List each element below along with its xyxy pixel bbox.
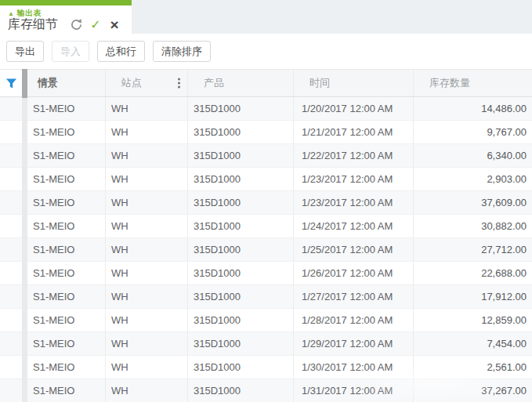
funnel-icon — [5, 78, 17, 89]
check-icon[interactable]: ✓ — [89, 18, 103, 32]
output-table-tab[interactable]: ▲输出表 库存细节 ✓ × — [0, 0, 132, 34]
cell-site: WH — [106, 238, 188, 261]
table-row[interactable]: S1-MEIOWH315D10001/25/2017 12:00 AM27,71… — [0, 238, 532, 262]
column-header-quantity[interactable]: 库存数量 — [414, 70, 532, 96]
cell-product: 315D1000 — [188, 97, 294, 120]
cell-site: WH — [106, 215, 188, 237]
cell-scenario: S1-MEIO — [27, 144, 106, 167]
import-button: 导入 — [52, 41, 89, 62]
table-row[interactable]: S1-MEIOWH315D10001/22/2017 12:00 AM6,340… — [0, 144, 532, 168]
left-scrollbar-track[interactable] — [22, 69, 27, 402]
cell-product: 315D1000 — [188, 238, 294, 261]
cell-quantity: 9,767.00 — [414, 121, 532, 143]
cell-product: 315D1000 — [188, 215, 294, 237]
column-menu-icon[interactable] — [178, 78, 180, 89]
app-window: ▲输出表 库存细节 ✓ × 导出 导入 总和行 清除排序 — [0, 0, 532, 402]
cell-scenario: S1-MEIO — [27, 356, 106, 378]
cell-product: 315D1000 — [188, 356, 294, 378]
cell-product: 315D1000 — [188, 262, 294, 284]
cell-scenario: S1-MEIO — [27, 379, 106, 402]
cell-scenario: S1-MEIO — [27, 191, 106, 214]
cell-quantity: 14,486.00 — [414, 97, 532, 120]
grid-header: 情景 站点 产品 时间 库存数量 — [0, 69, 532, 97]
cell-quantity: 17,912.00 — [414, 285, 532, 308]
cell-quantity: 6,340.00 — [414, 144, 532, 167]
column-header-scenario[interactable]: 情景 — [27, 70, 106, 96]
cell-quantity: 22,688.00 — [414, 262, 532, 284]
cell-time: 1/30/2017 12:00 AM — [294, 356, 414, 378]
cell-time: 1/31/2017 12:00 AM — [294, 379, 414, 402]
cell-quantity: 27,712.00 — [414, 238, 532, 261]
cell-scenario: S1-MEIO — [27, 309, 106, 331]
cell-time: 1/27/2017 12:00 AM — [294, 285, 414, 308]
tab-title: 库存细节 — [8, 16, 58, 33]
cell-time: 1/24/2017 12:00 AM — [294, 215, 414, 237]
column-header-site[interactable]: 站点 — [106, 70, 188, 96]
cell-time: 1/23/2017 12:00 AM — [294, 191, 414, 214]
cell-time: 1/22/2017 12:00 AM — [294, 144, 414, 167]
table-row[interactable]: S1-MEIOWH315D10001/27/2017 12:00 AM17,91… — [0, 285, 532, 309]
cell-product: 315D1000 — [188, 144, 294, 167]
column-header-time[interactable]: 时间 — [294, 70, 414, 96]
cell-time: 1/21/2017 12:00 AM — [294, 121, 414, 143]
cell-site: WH — [106, 121, 188, 143]
cell-product: 315D1000 — [188, 309, 294, 331]
cell-site: WH — [106, 168, 188, 190]
cell-site: WH — [106, 332, 188, 355]
sum-row-button[interactable]: 总和行 — [97, 41, 145, 62]
cell-site: WH — [106, 379, 188, 402]
clear-sort-button[interactable]: 清除排序 — [153, 41, 211, 62]
table-row[interactable]: S1-MEIOWH315D10001/26/2017 12:00 AM22,68… — [0, 262, 532, 285]
table-row[interactable]: S1-MEIOWH315D10001/24/2017 12:00 AM30,88… — [0, 215, 532, 238]
cell-scenario: S1-MEIO — [27, 332, 106, 355]
export-button[interactable]: 导出 — [6, 41, 44, 62]
cell-scenario: S1-MEIO — [27, 168, 106, 190]
cell-time: 1/25/2017 12:00 AM — [294, 238, 414, 261]
cell-scenario: S1-MEIO — [27, 215, 106, 237]
cell-scenario: S1-MEIO — [27, 285, 106, 308]
cell-site: WH — [106, 97, 188, 120]
table-row[interactable]: S1-MEIOWH315D10001/23/2017 12:00 AM37,60… — [0, 191, 532, 215]
tab-strip: ▲输出表 库存细节 ✓ × — [0, 0, 532, 34]
cell-time: 1/28/2017 12:00 AM — [294, 309, 414, 331]
table-row[interactable]: S1-MEIOWH315D10001/31/2017 12:00 AM37,26… — [0, 379, 532, 402]
cell-site: WH — [106, 356, 188, 378]
cell-time: 1/29/2017 12:00 AM — [294, 332, 414, 355]
cell-product: 315D1000 — [188, 379, 294, 402]
cell-scenario: S1-MEIO — [27, 121, 106, 143]
close-icon[interactable]: × — [107, 18, 121, 32]
cell-product: 315D1000 — [188, 285, 294, 308]
cell-quantity: 2,903.00 — [414, 168, 532, 190]
table-row[interactable]: S1-MEIOWH315D10001/20/2017 12:00 AM14,48… — [0, 97, 532, 121]
cell-scenario: S1-MEIO — [27, 238, 106, 261]
cell-site: WH — [106, 191, 188, 214]
table-row[interactable]: S1-MEIOWH315D10001/28/2017 12:00 AM12,85… — [0, 309, 532, 332]
cell-quantity: 37,267.00 — [414, 379, 532, 402]
cell-quantity: 37,609.00 — [414, 191, 532, 214]
cell-site: WH — [106, 144, 188, 167]
cell-product: 315D1000 — [188, 168, 294, 190]
cell-quantity: 30,882.00 — [414, 215, 532, 237]
cell-product: 315D1000 — [188, 121, 294, 143]
cell-quantity: 7,454.00 — [414, 332, 532, 355]
column-header-site-label: 站点 — [121, 77, 142, 89]
table-row[interactable]: S1-MEIOWH315D10001/21/2017 12:00 AM9,767… — [0, 121, 532, 144]
left-scrollbar-thumb[interactable] — [22, 69, 27, 98]
cell-time: 1/26/2017 12:00 AM — [294, 262, 414, 284]
table-row[interactable]: S1-MEIOWH315D10001/23/2017 12:00 AM2,903… — [0, 168, 532, 191]
cell-product: 315D1000 — [188, 191, 294, 214]
cell-time: 1/20/2017 12:00 AM — [294, 97, 414, 120]
refresh-icon[interactable] — [69, 18, 83, 32]
cell-site: WH — [106, 285, 188, 308]
cell-site: WH — [106, 262, 188, 284]
column-header-product[interactable]: 产品 — [188, 70, 294, 96]
cell-quantity: 12,859.00 — [414, 309, 532, 331]
cell-time: 1/23/2017 12:00 AM — [294, 168, 414, 190]
toolbar: 导出 导入 总和行 清除排序 — [0, 34, 532, 69]
table-row[interactable]: S1-MEIOWH315D10001/29/2017 12:00 AM7,454… — [0, 332, 532, 356]
cell-scenario: S1-MEIO — [27, 262, 106, 284]
cell-scenario: S1-MEIO — [27, 97, 106, 120]
table-row[interactable]: S1-MEIOWH315D10001/30/2017 12:00 AM2,561… — [0, 356, 532, 379]
cell-product: 315D1000 — [188, 332, 294, 355]
data-grid: 情景 站点 产品 时间 库存数量 S1-MEIOWH315D10001/20/2… — [0, 69, 532, 402]
